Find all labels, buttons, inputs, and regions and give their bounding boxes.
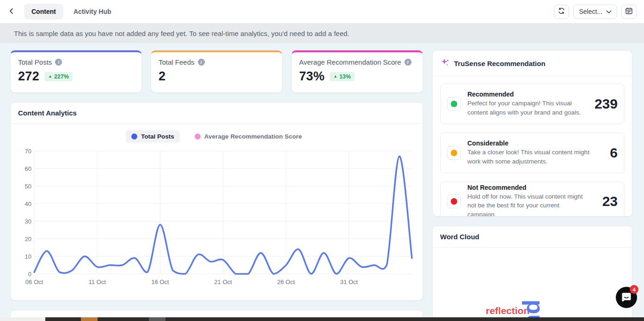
- legend-item-total-posts[interactable]: Total Posts: [126, 130, 180, 143]
- svg-text:60: 60: [25, 165, 31, 172]
- svg-text:50: 50: [25, 183, 31, 190]
- trusense-title: TruSense Recommendation: [454, 60, 546, 67]
- recommendation-item-not-recommended: Not Recommended Hold off for now. This v…: [440, 182, 625, 217]
- select-dropdown[interactable]: Select...: [573, 5, 617, 19]
- chevron-down-icon: [606, 8, 612, 15]
- legend-dot: [131, 133, 137, 139]
- chevron-left-icon: [8, 7, 15, 16]
- info-icon[interactable]: i: [198, 59, 205, 66]
- stat-label: Average Recommendation Score: [299, 58, 401, 66]
- word-cloud-header: Word Cloud: [433, 226, 632, 248]
- recommendation-description: Take a closer look! This visual content …: [467, 148, 589, 166]
- trend-up-icon: ▲: [48, 74, 52, 79]
- topbar-actions: Select...: [554, 5, 637, 19]
- main-content: Total Posts i 272 ▲ 227% Total Feeds i: [0, 43, 644, 321]
- recommendation-count: 239: [595, 96, 618, 112]
- sample-data-banner-text: This is sample data as you have not adde…: [14, 30, 350, 37]
- analytics-line-chart: 01020304050607006 Oct11 Oct16 Oct21 Oct2…: [18, 146, 415, 286]
- svg-text:20: 20: [25, 236, 31, 242]
- content-analytics-title: Content Analytics: [18, 109, 77, 117]
- svg-text:11 Oct: 11 Oct: [88, 279, 106, 285]
- stats-row: Total Posts i 272 ▲ 227% Total Feeds i: [10, 50, 423, 93]
- strip-segment: [81, 317, 98, 321]
- chat-bubble-icon: [621, 291, 632, 304]
- word-cloud-title: Word Cloud: [440, 233, 479, 241]
- strip-segment: [149, 317, 166, 321]
- trend-value: 227%: [54, 73, 69, 80]
- word-cloud-card: Word Cloud reflection and amsterdam expe…: [432, 226, 632, 321]
- green-dot-icon: [451, 101, 457, 107]
- right-column: TruSense Recommendation Recommended Perf…: [432, 50, 632, 321]
- tab-activity-hub[interactable]: Activity Hub: [66, 4, 119, 19]
- tab-content[interactable]: Content: [24, 4, 63, 19]
- trend-badge: ▲ 13%: [330, 72, 355, 81]
- status-dot-box: [447, 146, 461, 160]
- stat-label: Total Feeds: [159, 58, 195, 66]
- recommendation-title: Considerable: [467, 139, 589, 147]
- content-analytics-card: Content Analytics Total Posts Average Re…: [10, 102, 423, 301]
- recommendation-title: Recommended: [467, 91, 588, 98]
- legend-item-avg-recommendation-score[interactable]: Average Recommendation Score: [189, 130, 307, 143]
- trusense-recommendation-card: TruSense Recommendation Recommended Perf…: [432, 50, 632, 217]
- recommendation-item-recommended: Recommended Perfect for your campaign! T…: [440, 84, 625, 124]
- orange-dot-icon: [451, 150, 457, 156]
- svg-text:30: 30: [25, 218, 31, 225]
- chat-unread-badge: 4: [630, 285, 638, 294]
- calendar-icon: [625, 7, 633, 16]
- recommendation-count: 23: [602, 194, 618, 209]
- status-dot-box: [447, 97, 461, 111]
- content-analytics-header: Content Analytics: [11, 103, 423, 124]
- svg-text:0: 0: [28, 271, 31, 278]
- info-icon[interactable]: i: [405, 59, 411, 66]
- svg-text:26 Oct: 26 Oct: [277, 279, 295, 285]
- legend-label: Average Recommendation Score: [204, 133, 302, 140]
- clipped-thumbnail-strip: [0, 317, 644, 321]
- stat-card-avg-recommendation-score: Average Recommendation Score i 73% ▲ 13%: [291, 50, 423, 93]
- strip-segment: [0, 317, 45, 321]
- word-cloud-area: reflection and amsterdam experience tril…: [433, 248, 632, 321]
- svg-text:40: 40: [25, 200, 31, 207]
- trusense-header: TruSense Recommendation: [433, 51, 632, 76]
- stat-label: Total Posts: [18, 58, 52, 66]
- sample-data-banner: This is sample data as you have not adde…: [0, 24, 644, 43]
- status-dot-box: [447, 194, 461, 208]
- trend-up-icon: ▲: [333, 74, 337, 79]
- back-button[interactable]: [5, 5, 18, 18]
- recommendation-description: Hold off for now. This visual content mi…: [467, 192, 589, 217]
- refresh-button[interactable]: [554, 5, 569, 19]
- recommendation-count: 6: [610, 145, 618, 161]
- stat-card-total-posts: Total Posts i 272 ▲ 227%: [10, 50, 142, 93]
- left-column: Total Posts i 272 ▲ 227% Total Feeds i: [10, 50, 423, 320]
- line-chart-area: 01020304050607006 Oct11 Oct16 Oct21 Oct2…: [11, 143, 423, 288]
- svg-text:16 Oct: 16 Oct: [151, 279, 169, 285]
- topbar: Content Activity Hub Select...: [0, 0, 644, 24]
- stat-value: 2: [159, 69, 166, 84]
- info-icon[interactable]: i: [55, 59, 62, 66]
- svg-text:06 Oct: 06 Oct: [25, 279, 43, 285]
- tab-bar: Content Activity Hub: [24, 4, 119, 19]
- stat-value: 73%: [299, 69, 325, 84]
- chart-legend: Total Posts Average Recommendation Score: [11, 130, 423, 143]
- select-dropdown-label: Select...: [579, 8, 602, 15]
- svg-text:31 Oct: 31 Oct: [340, 279, 358, 285]
- calendar-button[interactable]: [621, 5, 637, 19]
- legend-label: Total Posts: [141, 133, 174, 140]
- stat-card-total-feeds: Total Feeds i 2: [151, 50, 282, 93]
- svg-text:21 Oct: 21 Oct: [214, 279, 232, 285]
- recommendation-item-considerable: Considerable Take a closer look! This vi…: [440, 133, 625, 173]
- red-dot-icon: [451, 198, 457, 205]
- stat-value: 272: [18, 69, 39, 84]
- refresh-icon: [558, 7, 565, 16]
- sparkle-icon: [440, 57, 450, 69]
- svg-text:70: 70: [25, 148, 31, 155]
- legend-dot: [195, 133, 201, 139]
- svg-text:10: 10: [25, 253, 31, 260]
- chat-launcher-button[interactable]: 4: [616, 287, 637, 308]
- trend-badge: ▲ 227%: [44, 72, 73, 81]
- recommendation-title: Not Recommended: [467, 184, 589, 191]
- trend-value: 13%: [339, 73, 351, 80]
- recommendation-description: Perfect for your campaign! This visual c…: [467, 99, 588, 117]
